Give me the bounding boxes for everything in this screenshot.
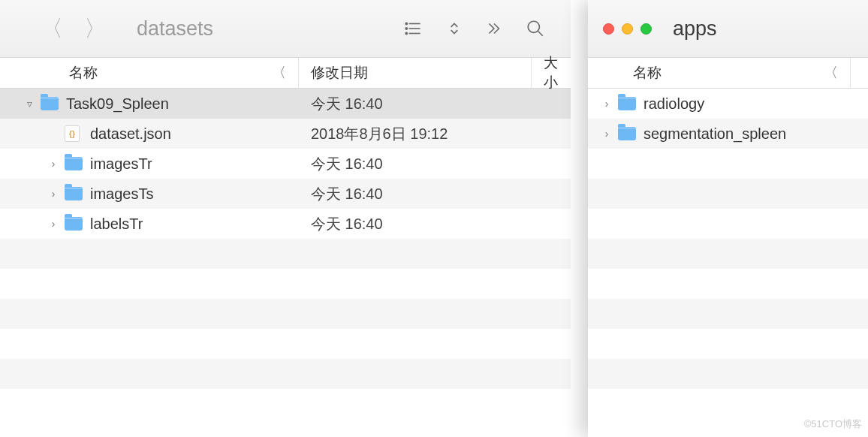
column-size-label: 大小 bbox=[544, 53, 559, 92]
table-row bbox=[0, 329, 571, 359]
column-name[interactable]: 名称 〈 bbox=[588, 58, 851, 88]
disclosure-icon[interactable]: › bbox=[599, 128, 614, 140]
folder-icon bbox=[65, 186, 83, 201]
table-row bbox=[588, 299, 868, 329]
file-date: 今天 16:40 bbox=[299, 214, 532, 234]
file-name: Task09_Spleen bbox=[66, 95, 169, 113]
search-icon[interactable] bbox=[515, 19, 556, 38]
close-button[interactable] bbox=[603, 23, 614, 35]
table-row[interactable]: dataset.json2018年8月6日 19:12 bbox=[0, 119, 571, 149]
file-name: imagesTr bbox=[90, 155, 152, 173]
svg-point-6 bbox=[528, 21, 539, 32]
traffic-lights bbox=[603, 23, 652, 35]
watermark: ©51CTO博客 bbox=[804, 417, 862, 431]
column-name[interactable]: 名称 〈 bbox=[0, 58, 299, 88]
table-row[interactable]: ›imagesTs今天 16:40 bbox=[0, 179, 571, 209]
background-sliver bbox=[571, 0, 588, 437]
column-date[interactable]: 修改日期 bbox=[299, 58, 532, 88]
table-row bbox=[0, 389, 571, 419]
column-date-label: 修改日期 bbox=[311, 63, 368, 83]
column-headers: 名称 〈 bbox=[588, 57, 868, 89]
table-row[interactable]: ▿Task09_Spleen今天 16:40 bbox=[0, 89, 571, 119]
file-date: 今天 16:40 bbox=[299, 184, 532, 204]
back-button[interactable]: 〈 bbox=[30, 17, 74, 40]
svg-point-5 bbox=[405, 32, 407, 34]
file-listing: ›radiology›segmentation_spleen bbox=[588, 89, 868, 437]
column-name-label: 名称 bbox=[633, 63, 662, 83]
column-size[interactable]: 大小 bbox=[532, 58, 571, 88]
column-name-label: 名称 bbox=[69, 63, 98, 83]
table-row[interactable]: ›imagesTr今天 16:40 bbox=[0, 149, 571, 179]
table-row[interactable]: ›labelsTr今天 16:40 bbox=[0, 209, 571, 239]
table-row bbox=[588, 389, 868, 419]
file-name: labelsTr bbox=[90, 215, 143, 233]
toolbar: 〈 〉 datasets bbox=[0, 0, 571, 57]
folder-icon bbox=[65, 156, 83, 171]
file-date: 今天 16:40 bbox=[299, 154, 532, 174]
finder-window-datasets: 〈 〉 datasets 名称 〈 修改日期 大小 ▿Task09_Spleen… bbox=[0, 0, 571, 437]
table-row[interactable]: ›radiology bbox=[588, 89, 868, 119]
file-name: segmentation_spleen bbox=[643, 125, 786, 143]
table-row bbox=[588, 149, 868, 179]
table-row bbox=[0, 299, 571, 329]
minimize-button[interactable] bbox=[622, 23, 633, 35]
view-list-icon[interactable] bbox=[393, 19, 434, 38]
sort-indicator-icon: 〈 bbox=[824, 63, 838, 83]
table-row bbox=[588, 359, 868, 389]
column-extra[interactable] bbox=[851, 58, 868, 88]
folder-icon bbox=[618, 126, 636, 141]
disclosure-icon[interactable]: › bbox=[46, 158, 61, 170]
disclosure-icon[interactable]: › bbox=[599, 98, 614, 110]
svg-point-3 bbox=[405, 23, 407, 24]
view-updown-icon[interactable] bbox=[434, 19, 475, 38]
table-row bbox=[0, 359, 571, 389]
sort-indicator-icon: 〈 bbox=[272, 63, 286, 83]
disclosure-icon[interactable]: › bbox=[46, 188, 61, 200]
json-file-icon bbox=[65, 126, 83, 141]
folder-icon bbox=[618, 96, 636, 111]
folder-icon bbox=[65, 216, 83, 231]
file-name: radiology bbox=[643, 95, 704, 113]
forward-button[interactable]: 〉 bbox=[74, 17, 117, 40]
file-name: imagesTs bbox=[90, 185, 153, 203]
folder-icon bbox=[41, 96, 59, 111]
file-date: 今天 16:40 bbox=[299, 94, 532, 114]
file-listing: ▿Task09_Spleen今天 16:40dataset.json2018年8… bbox=[0, 89, 571, 437]
svg-point-4 bbox=[405, 28, 407, 29]
disclosure-icon[interactable]: ▿ bbox=[22, 98, 37, 110]
window-title: datasets bbox=[137, 17, 213, 41]
disclosure-icon[interactable]: › bbox=[46, 218, 61, 230]
overflow-icon[interactable] bbox=[475, 19, 515, 38]
window-title: apps bbox=[673, 17, 717, 41]
table-row bbox=[0, 239, 571, 269]
table-row[interactable]: ›segmentation_spleen bbox=[588, 119, 868, 149]
file-name: dataset.json bbox=[90, 125, 171, 143]
table-row bbox=[588, 179, 868, 209]
column-headers: 名称 〈 修改日期 大小 bbox=[0, 57, 571, 89]
zoom-button[interactable] bbox=[640, 23, 652, 35]
table-row bbox=[588, 239, 868, 269]
table-row bbox=[0, 269, 571, 299]
table-row bbox=[588, 269, 868, 299]
toolbar: apps bbox=[588, 0, 868, 57]
file-date: 2018年8月6日 19:12 bbox=[299, 124, 532, 144]
table-row bbox=[588, 209, 868, 239]
table-row bbox=[588, 329, 868, 359]
svg-line-7 bbox=[538, 31, 543, 36]
finder-window-apps: apps 名称 〈 ›radiology›segmentation_spleen bbox=[588, 0, 868, 437]
